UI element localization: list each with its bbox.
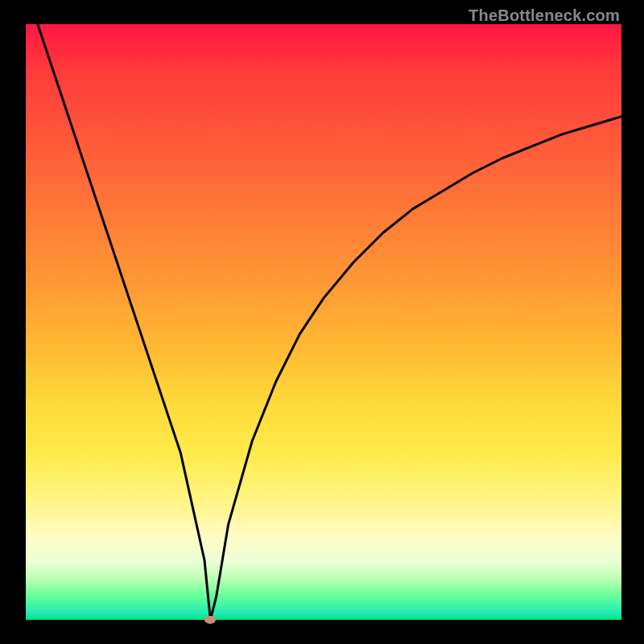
bottleneck-curve bbox=[26, 24, 621, 620]
chart-stage: TheBottleneck.com bbox=[0, 0, 644, 644]
watermark-text: TheBottleneck.com bbox=[469, 6, 620, 25]
plot-area bbox=[26, 24, 621, 620]
curve-vertex-marker bbox=[204, 616, 216, 624]
